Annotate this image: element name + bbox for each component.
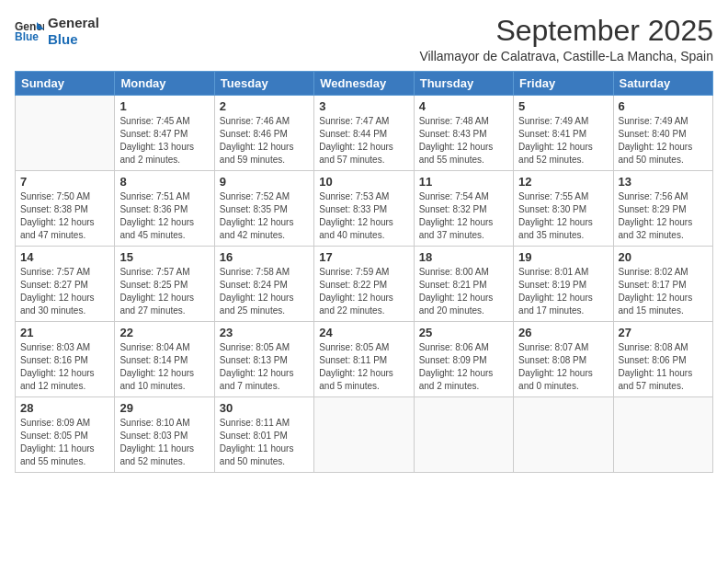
day-number: 8	[119, 175, 209, 189]
calendar-cell: 28Sunrise: 8:09 AM Sunset: 8:05 PM Dayli…	[16, 397, 115, 473]
svg-text:Blue: Blue	[15, 30, 39, 43]
weekday-header-wednesday: Wednesday	[314, 72, 414, 96]
day-info: Sunrise: 8:05 AM Sunset: 8:13 PM Dayligh…	[220, 341, 309, 393]
day-number: 7	[20, 175, 109, 189]
calendar-cell: 19Sunrise: 8:01 AM Sunset: 8:19 PM Dayli…	[514, 247, 613, 322]
day-info: Sunrise: 7:45 AM Sunset: 8:47 PM Dayligh…	[119, 115, 209, 167]
page-header: General Blue General Blue September 2025…	[15, 15, 713, 63]
logo-line2: Blue	[48, 31, 99, 48]
day-number: 22	[119, 326, 209, 339]
day-info: Sunrise: 8:04 AM Sunset: 8:14 PM Dayligh…	[119, 341, 209, 393]
day-number: 25	[419, 326, 508, 339]
calendar-table: SundayMondayTuesdayWednesdayThursdayFrid…	[15, 71, 713, 473]
calendar-cell: 11Sunrise: 7:54 AM Sunset: 8:32 PM Dayli…	[414, 171, 513, 247]
day-number: 15	[119, 250, 209, 264]
day-info: Sunrise: 8:11 AM Sunset: 8:01 PM Dayligh…	[220, 417, 309, 468]
logo-line1: General	[48, 15, 99, 31]
calendar-cell: 30Sunrise: 8:11 AM Sunset: 8:01 PM Dayli…	[214, 397, 313, 473]
calendar-cell	[613, 397, 712, 473]
day-info: Sunrise: 7:51 AM Sunset: 8:36 PM Dayligh…	[119, 190, 209, 242]
day-number: 11	[419, 175, 508, 189]
calendar-cell: 10Sunrise: 7:53 AM Sunset: 8:33 PM Dayli…	[314, 171, 414, 247]
day-number: 20	[619, 250, 708, 264]
day-info: Sunrise: 7:55 AM Sunset: 8:30 PM Dayligh…	[518, 190, 608, 242]
calendar-cell: 16Sunrise: 7:58 AM Sunset: 8:24 PM Dayli…	[214, 247, 313, 322]
weekday-header-row: SundayMondayTuesdayWednesdayThursdayFrid…	[16, 72, 713, 96]
day-info: Sunrise: 8:07 AM Sunset: 8:08 PM Dayligh…	[518, 341, 608, 393]
day-info: Sunrise: 7:56 AM Sunset: 8:29 PM Dayligh…	[619, 190, 708, 242]
calendar-week-row: 1Sunrise: 7:45 AM Sunset: 8:47 PM Daylig…	[16, 96, 713, 171]
day-number: 10	[319, 175, 408, 189]
calendar-cell: 17Sunrise: 7:59 AM Sunset: 8:22 PM Dayli…	[314, 247, 414, 322]
day-number: 27	[619, 326, 708, 339]
day-info: Sunrise: 7:59 AM Sunset: 8:22 PM Dayligh…	[319, 266, 408, 317]
day-number: 4	[419, 99, 508, 113]
calendar-week-row: 7Sunrise: 7:50 AM Sunset: 8:38 PM Daylig…	[16, 171, 713, 247]
calendar-cell	[314, 397, 414, 473]
calendar-cell: 9Sunrise: 7:52 AM Sunset: 8:35 PM Daylig…	[214, 171, 313, 247]
calendar-cell	[414, 397, 513, 473]
calendar-cell	[16, 96, 115, 171]
day-info: Sunrise: 8:08 AM Sunset: 8:06 PM Dayligh…	[619, 341, 708, 393]
day-info: Sunrise: 7:53 AM Sunset: 8:33 PM Dayligh…	[319, 190, 408, 242]
day-info: Sunrise: 8:03 AM Sunset: 8:16 PM Dayligh…	[20, 341, 109, 393]
day-info: Sunrise: 7:46 AM Sunset: 8:46 PM Dayligh…	[220, 115, 309, 167]
logo: General Blue General Blue	[15, 15, 99, 48]
day-info: Sunrise: 7:54 AM Sunset: 8:32 PM Dayligh…	[419, 190, 508, 242]
day-info: Sunrise: 7:49 AM Sunset: 8:40 PM Dayligh…	[619, 115, 708, 167]
month-title: September 2025	[419, 15, 713, 47]
weekday-header-monday: Monday	[115, 72, 214, 96]
calendar-cell: 29Sunrise: 8:10 AM Sunset: 8:03 PM Dayli…	[115, 397, 214, 473]
day-number: 28	[20, 401, 109, 415]
calendar-cell: 7Sunrise: 7:50 AM Sunset: 8:38 PM Daylig…	[16, 171, 115, 247]
day-number: 13	[619, 175, 708, 189]
day-info: Sunrise: 7:48 AM Sunset: 8:43 PM Dayligh…	[419, 115, 508, 167]
day-info: Sunrise: 8:00 AM Sunset: 8:21 PM Dayligh…	[419, 266, 508, 317]
calendar-cell: 5Sunrise: 7:49 AM Sunset: 8:41 PM Daylig…	[514, 96, 613, 171]
day-number: 18	[419, 250, 508, 264]
logo-icon: General Blue	[15, 18, 44, 44]
day-number: 23	[220, 326, 309, 339]
calendar-cell: 3Sunrise: 7:47 AM Sunset: 8:44 PM Daylig…	[314, 96, 414, 171]
day-info: Sunrise: 7:49 AM Sunset: 8:41 PM Dayligh…	[518, 115, 608, 167]
day-number: 21	[20, 326, 109, 339]
calendar-week-row: 14Sunrise: 7:57 AM Sunset: 8:27 PM Dayli…	[16, 247, 713, 322]
calendar-cell: 2Sunrise: 7:46 AM Sunset: 8:46 PM Daylig…	[214, 96, 313, 171]
calendar-cell: 13Sunrise: 7:56 AM Sunset: 8:29 PM Dayli…	[613, 171, 712, 247]
weekday-header-saturday: Saturday	[613, 72, 712, 96]
calendar-cell: 12Sunrise: 7:55 AM Sunset: 8:30 PM Dayli…	[514, 171, 613, 247]
calendar-cell: 4Sunrise: 7:48 AM Sunset: 8:43 PM Daylig…	[414, 96, 513, 171]
day-number: 12	[518, 175, 608, 189]
calendar-cell: 1Sunrise: 7:45 AM Sunset: 8:47 PM Daylig…	[115, 96, 214, 171]
calendar-cell: 26Sunrise: 8:07 AM Sunset: 8:08 PM Dayli…	[514, 322, 613, 397]
day-info: Sunrise: 8:09 AM Sunset: 8:05 PM Dayligh…	[20, 417, 109, 468]
calendar-cell: 15Sunrise: 7:57 AM Sunset: 8:25 PM Dayli…	[115, 247, 214, 322]
calendar-week-row: 21Sunrise: 8:03 AM Sunset: 8:16 PM Dayli…	[16, 322, 713, 397]
day-number: 2	[220, 99, 309, 113]
day-number: 9	[220, 175, 309, 189]
location-subtitle: Villamayor de Calatrava, Castille-La Man…	[419, 49, 713, 63]
calendar-cell: 21Sunrise: 8:03 AM Sunset: 8:16 PM Dayli…	[16, 322, 115, 397]
day-info: Sunrise: 8:02 AM Sunset: 8:17 PM Dayligh…	[619, 266, 708, 317]
day-number: 3	[319, 99, 408, 113]
weekday-header-friday: Friday	[514, 72, 613, 96]
calendar-cell: 23Sunrise: 8:05 AM Sunset: 8:13 PM Dayli…	[214, 322, 313, 397]
calendar-cell: 20Sunrise: 8:02 AM Sunset: 8:17 PM Dayli…	[613, 247, 712, 322]
day-number: 16	[220, 250, 309, 264]
calendar-cell: 14Sunrise: 7:57 AM Sunset: 8:27 PM Dayli…	[16, 247, 115, 322]
calendar-cell	[514, 397, 613, 473]
weekday-header-tuesday: Tuesday	[214, 72, 313, 96]
calendar-cell: 18Sunrise: 8:00 AM Sunset: 8:21 PM Dayli…	[414, 247, 513, 322]
day-number: 5	[518, 99, 608, 113]
day-info: Sunrise: 7:57 AM Sunset: 8:25 PM Dayligh…	[119, 266, 209, 317]
day-number: 19	[518, 250, 608, 264]
weekday-header-thursday: Thursday	[414, 72, 513, 96]
day-info: Sunrise: 7:57 AM Sunset: 8:27 PM Dayligh…	[20, 266, 109, 317]
day-number: 14	[20, 250, 109, 264]
calendar-cell: 8Sunrise: 7:51 AM Sunset: 8:36 PM Daylig…	[115, 171, 214, 247]
day-number: 6	[619, 99, 708, 113]
weekday-header-sunday: Sunday	[16, 72, 115, 96]
calendar-cell: 27Sunrise: 8:08 AM Sunset: 8:06 PM Dayli…	[613, 322, 712, 397]
calendar-cell: 22Sunrise: 8:04 AM Sunset: 8:14 PM Dayli…	[115, 322, 214, 397]
day-number: 1	[119, 99, 209, 113]
